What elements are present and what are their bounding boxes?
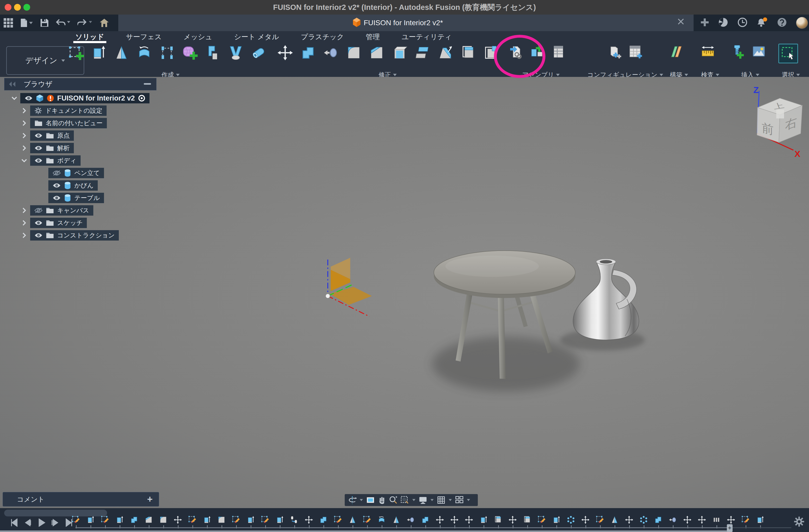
tree-row[interactable]: ペン立て bbox=[0, 167, 150, 179]
viewport[interactable]: Z X 上 前 右 ブラウザ FUISON for Interior2 v2ドキ… bbox=[0, 77, 809, 532]
tree-row[interactable]: 名前の付いたビュー bbox=[0, 117, 150, 129]
timeline-feature-fillet[interactable] bbox=[217, 515, 226, 525]
caret-right-icon[interactable] bbox=[20, 220, 28, 226]
timeline-feature-pattern[interactable] bbox=[639, 515, 649, 525]
timeline-feature-sketch_t[interactable] bbox=[596, 515, 605, 525]
caret-right-icon[interactable] bbox=[20, 232, 28, 238]
timeline-feature-extrude[interactable] bbox=[479, 515, 488, 525]
shell-tool-button[interactable] bbox=[391, 43, 409, 62]
timeline-feature-sketch_t[interactable] bbox=[101, 515, 110, 525]
fastener-tool-button[interactable] bbox=[730, 43, 746, 60]
config-tool-button[interactable] bbox=[607, 43, 623, 60]
activate-component-radio[interactable] bbox=[138, 94, 145, 102]
caret-right-icon[interactable] bbox=[20, 145, 28, 151]
minimize-panel-icon[interactable] bbox=[144, 83, 151, 85]
timeline-feature-extrude[interactable] bbox=[756, 515, 765, 525]
pipe-tool-button[interactable] bbox=[249, 43, 268, 62]
derive-tool-button[interactable] bbox=[509, 43, 524, 60]
ribbon-tab-5[interactable]: 管理 bbox=[366, 31, 380, 43]
caret-down-icon[interactable] bbox=[11, 95, 18, 101]
timeline-feature-sketch_t[interactable] bbox=[71, 515, 81, 525]
tree-row[interactable]: ボディ bbox=[0, 154, 150, 167]
pan-tool-button[interactable] bbox=[377, 496, 386, 504]
zoom-tool-button[interactable] bbox=[389, 496, 398, 504]
caret-right-icon[interactable] bbox=[20, 133, 28, 139]
select-tool-button[interactable] bbox=[778, 43, 798, 64]
undo-button[interactable] bbox=[56, 18, 71, 27]
tree-row[interactable]: 解析 bbox=[0, 142, 150, 154]
plane-tool-button[interactable] bbox=[669, 43, 685, 60]
split-tool-button[interactable] bbox=[413, 43, 432, 62]
skip-start-button[interactable] bbox=[11, 518, 19, 528]
view-cube[interactable]: Z X 上 前 右 bbox=[749, 82, 809, 160]
tree-row[interactable]: ドキュメントの設定 bbox=[0, 104, 150, 117]
timeline-feature-sketch_t[interactable] bbox=[537, 515, 547, 525]
offsetface-tool-button[interactable] bbox=[459, 43, 477, 62]
fillet-tool-button[interactable] bbox=[345, 43, 363, 62]
timeline-feature-move[interactable] bbox=[581, 515, 590, 525]
tree-row[interactable]: かびん bbox=[0, 179, 150, 192]
timeline-feature-revolve[interactable] bbox=[392, 515, 401, 525]
visibility-toggle[interactable] bbox=[52, 183, 61, 188]
ribbon-tab-4[interactable]: プラスチック bbox=[301, 31, 344, 43]
new-tab-button[interactable] bbox=[700, 18, 709, 28]
newcomp-tool-button[interactable] bbox=[529, 43, 546, 60]
visibility-toggle[interactable] bbox=[34, 145, 42, 151]
caret-right-icon[interactable] bbox=[20, 208, 28, 213]
close-tab-icon[interactable] bbox=[677, 18, 684, 26]
ribbon-tab-1[interactable]: サーフェス bbox=[126, 31, 162, 43]
tree-row[interactable]: FUISON for Interior2 v2 bbox=[0, 92, 150, 104]
tree-row[interactable]: キャンバス bbox=[0, 204, 150, 217]
extensions-icon[interactable] bbox=[718, 17, 728, 29]
redo-button[interactable] bbox=[78, 18, 92, 27]
timeline-feature-revolve[interactable] bbox=[610, 515, 619, 525]
comments-bar[interactable]: コメント + bbox=[3, 492, 159, 507]
timeline-feature-combine[interactable] bbox=[319, 515, 328, 525]
step-forward-button[interactable] bbox=[51, 518, 59, 528]
caret-right-icon[interactable] bbox=[20, 120, 28, 126]
timeline-feature-offsetface[interactable] bbox=[494, 515, 503, 525]
sketch-planes[interactable] bbox=[330, 258, 372, 305]
combine-tool-button[interactable] bbox=[299, 43, 317, 62]
ribbon-tab-0[interactable]: ソリッド bbox=[75, 31, 104, 43]
timeline-feature-combine[interactable] bbox=[654, 515, 663, 525]
timeline-feature-sketch_t[interactable] bbox=[188, 515, 197, 525]
timeline-track[interactable] bbox=[75, 527, 728, 528]
timeline-feature-sketch_t[interactable] bbox=[363, 515, 372, 525]
save-button[interactable] bbox=[40, 18, 49, 27]
caret-right-icon[interactable] bbox=[20, 108, 28, 113]
visibility-toggle[interactable] bbox=[34, 133, 42, 139]
presspull-tool-button[interactable] bbox=[322, 43, 340, 62]
timeline-feature-extrude[interactable] bbox=[552, 515, 561, 525]
timeline-feature-presspull[interactable] bbox=[406, 515, 416, 525]
rails-tool-button[interactable] bbox=[158, 43, 176, 62]
chevron-down-icon[interactable] bbox=[467, 499, 470, 501]
timeline-feature-offsetface[interactable] bbox=[523, 515, 532, 525]
ribbon-tab-6[interactable]: ユーティリティ bbox=[402, 31, 452, 43]
move-tool-button[interactable] bbox=[276, 43, 294, 62]
extrude-tool-button[interactable] bbox=[89, 43, 108, 62]
visibility-toggle[interactable] bbox=[34, 208, 42, 213]
collapse-panel-icon[interactable] bbox=[8, 81, 17, 87]
chevron-down-icon[interactable] bbox=[449, 499, 452, 501]
timeline-feature-sketch_t[interactable] bbox=[333, 515, 343, 525]
timeline-feature-move[interactable] bbox=[727, 515, 736, 525]
tree-row[interactable]: コンストラクション bbox=[0, 229, 150, 242]
vase-model[interactable] bbox=[573, 259, 639, 340]
timeline-feature-move[interactable] bbox=[173, 515, 183, 525]
job-status-icon[interactable] bbox=[737, 17, 748, 29]
timeline-feature-sketch_t[interactable] bbox=[741, 515, 751, 525]
viewports-layout-button[interactable] bbox=[455, 496, 464, 504]
timeline-feature-fillet[interactable] bbox=[159, 515, 168, 525]
loft-tool-button[interactable] bbox=[227, 43, 245, 62]
timeline-feature-move[interactable] bbox=[305, 515, 314, 525]
timeline-feature-extrude[interactable] bbox=[86, 515, 96, 525]
measure-tool-button[interactable] bbox=[700, 43, 716, 60]
timeline-settings-gear-icon[interactable] bbox=[793, 516, 805, 528]
tree-row[interactable]: テーブル bbox=[0, 192, 150, 204]
visibility-toggle[interactable] bbox=[34, 232, 42, 238]
step-back-button[interactable] bbox=[24, 518, 32, 528]
visibility-toggle[interactable] bbox=[34, 158, 42, 163]
timeline-feature-sketch_t[interactable] bbox=[231, 515, 241, 525]
tree-row[interactable]: スケッチ bbox=[0, 217, 150, 229]
